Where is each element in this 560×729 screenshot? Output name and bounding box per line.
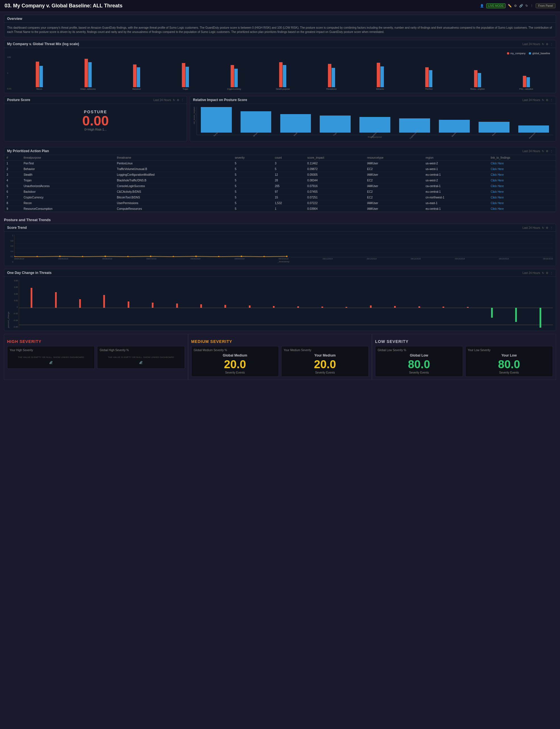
filter-icon-action[interactable]: ⚙ (546, 150, 548, 153)
refresh-icon-2[interactable]: ↻ (542, 43, 544, 46)
col-link: link_to_findings (489, 155, 556, 161)
refresh-icon-posture[interactable]: ↻ (173, 98, 175, 102)
more-icon[interactable]: ⋮ (530, 4, 533, 8)
row-link-cell: Click Here (489, 206, 556, 212)
your-high-dashboard-link[interactable]: 🔗 (10, 361, 92, 364)
table-link[interactable]: Click Here (491, 179, 504, 182)
table-link[interactable]: Click Here (491, 196, 504, 199)
last-24h-relative: Last 24 Hours (523, 98, 540, 102)
change-bar-wrap (92, 279, 116, 325)
filter-icon-2[interactable]: ⚙ (546, 43, 548, 46)
more-icon-relative[interactable]: ⋮ (550, 98, 553, 102)
threat-bar-group: Unaut...edAccess (64, 59, 112, 90)
edit-icon[interactable]: ✏️ (508, 4, 512, 8)
bar-my-company (474, 70, 477, 87)
row-resource: IAMUser (365, 161, 423, 166)
row-count: 5 (273, 166, 305, 172)
change-bar-wrap (117, 279, 140, 325)
table-row: 6BackdoorC&CActivity.B/DNS5970.07455EC2e… (4, 189, 556, 195)
refresh-icon[interactable]: ↻ (525, 4, 528, 8)
row-region: us-west-2 (423, 178, 488, 183)
row-resource: IAMUser (365, 200, 423, 206)
your-medium-value: 20.0 (284, 358, 366, 370)
row-impact: 0.07251 (305, 195, 365, 200)
filter-icon-trend[interactable]: ⚙ (546, 226, 548, 229)
svg-point-12 (173, 256, 174, 257)
bar-global (478, 73, 481, 87)
bar-label: Privi...calization (519, 88, 533, 90)
refresh-icon-relative[interactable]: ↻ (542, 98, 544, 102)
live-mode-badge[interactable]: LIVE MODE (486, 3, 506, 8)
table-link[interactable]: Click Here (491, 184, 504, 188)
score-trend-controls: Last 24 Hours ↻ ⚙ ⋮ (523, 226, 553, 229)
table-row: 3StealthLoggingConfigurationModified5120… (4, 172, 556, 178)
table-link[interactable]: Click Here (491, 207, 504, 210)
filter-icon-relative[interactable]: ⚙ (546, 98, 548, 102)
severity-section: HIGH SEVERITY Your High Severity THE VAL… (4, 334, 556, 380)
row-severity: 5 (233, 189, 273, 195)
relative-bar-group: PenTest (197, 107, 235, 135)
trends-section-title: Posture and Threat Trends (4, 215, 556, 224)
row-count: 28 (273, 178, 305, 183)
more-icon-2[interactable]: ⋮ (550, 43, 553, 46)
more-icon-action[interactable]: ⋮ (550, 150, 553, 153)
legend-my-company: my_company (507, 52, 526, 55)
relative-bar (280, 114, 311, 133)
share-icon[interactable]: 🔗 (519, 4, 523, 8)
table-body: 1PenTestPentooLinux530.11462IAMUserus-we… (4, 161, 556, 212)
action-plan-controls: Last 24 Hours ↻ ⚙ ⋮ (523, 150, 553, 153)
bar-global (429, 70, 432, 87)
table-link[interactable]: Click Here (491, 167, 504, 171)
table-link[interactable]: Click Here (491, 201, 504, 205)
row-name: LoggingConfigurationModified (115, 172, 233, 178)
more-icon-trend[interactable]: ⋮ (550, 226, 553, 229)
row-name: PentooLinux (115, 161, 233, 166)
row-count: 15 (273, 195, 305, 200)
row-count: 205 (273, 183, 305, 189)
change-bar-wrap (44, 279, 68, 325)
filter-icon[interactable]: ⚙ (514, 4, 517, 8)
filter-icon-posture[interactable]: ⚙ (177, 98, 179, 102)
relative-bar (241, 111, 271, 133)
refresh-icon-action[interactable]: ↻ (542, 150, 544, 153)
row-purpose: Recon (21, 200, 115, 206)
table-link[interactable]: Click Here (491, 190, 504, 193)
row-link-cell: Click Here (489, 172, 556, 178)
from-panel-button[interactable]: From Panel (536, 3, 555, 8)
row-region: cn-northwest-1 (423, 195, 488, 200)
bar-my-company (36, 62, 39, 87)
change-bar-wrap (189, 279, 213, 325)
relative-bar-group: Unauthorized... (356, 117, 394, 135)
user-icon: 👤 (480, 4, 484, 8)
bar-global (186, 67, 189, 87)
filter-icon-change[interactable]: ⚙ (546, 271, 548, 274)
refresh-icon-change[interactable]: ↻ (542, 271, 544, 274)
change-x-label: neg3 (529, 325, 547, 327)
svg-point-8 (82, 256, 83, 257)
change-x-label: PenTest... (68, 325, 86, 327)
global-high-dashboard-link[interactable]: 🔗 (100, 361, 182, 364)
more-icon-posture[interactable]: ⋮ (181, 98, 184, 102)
relative-bar-group: CryptoCurrency... (395, 118, 434, 135)
your-medium-sub: Severity Events (284, 371, 366, 374)
bar-my-company (279, 62, 283, 87)
y-label-1: 1 (7, 72, 12, 74)
table-link[interactable]: Click Here (491, 162, 504, 165)
svg-point-17 (286, 256, 288, 257)
one-day-controls: Last 24 Hours ↻ ⚙ ⋮ (523, 271, 553, 274)
more-icon-change[interactable]: ⋮ (550, 271, 553, 274)
bar-global (137, 67, 140, 87)
threat-bar-group: PenTest (405, 67, 453, 90)
bar-my-company (85, 59, 88, 87)
refresh-icon-trend[interactable]: ↻ (542, 226, 544, 229)
last-24h-label: Last 24 Hours (523, 43, 540, 46)
table-link[interactable]: Click Here (491, 173, 504, 176)
bar-global (380, 66, 384, 87)
score-trend-svg (14, 234, 553, 257)
threat-bar-group: Persistence (308, 64, 355, 90)
change-bar (55, 292, 57, 308)
change-bar-wrap (238, 279, 262, 325)
one-day-change-header: One Day Change in Threats Last 24 Hours … (4, 269, 556, 277)
overview-panel: Overview This dashboard compares your co… (4, 15, 556, 37)
table-row: 1PenTestPentooLinux530.11462IAMUserus-we… (4, 161, 556, 166)
